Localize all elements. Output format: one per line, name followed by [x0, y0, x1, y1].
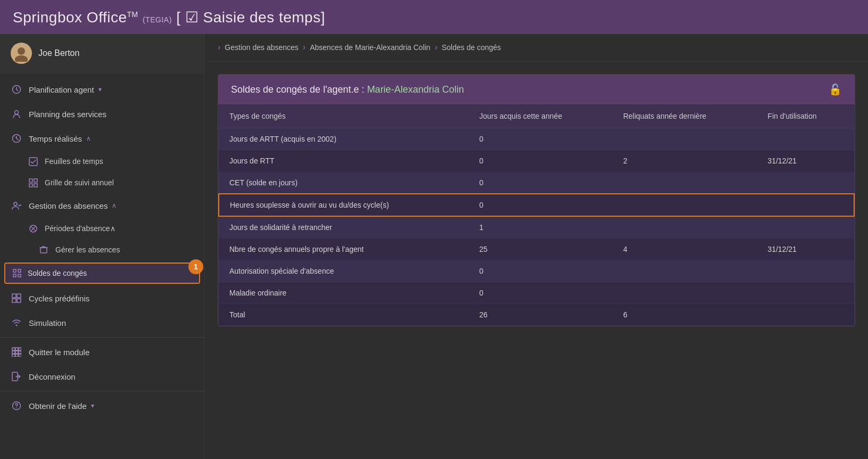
breadcrumb-item-2[interactable]: Absences de Marie-Alexandria Colin — [310, 43, 430, 52]
sidebar: Joe Berton Planification agent ▾ — [0, 34, 205, 459]
cell-reliquats — [613, 282, 757, 304]
svg-rect-8 — [29, 184, 32, 187]
trash-icon — [38, 244, 49, 255]
svg-rect-18 — [17, 294, 21, 298]
svg-rect-24 — [19, 348, 21, 350]
clock2-icon — [11, 133, 22, 144]
wifi-icon — [11, 317, 22, 329]
chevron-up-icon: ∧ — [112, 202, 117, 209]
sidebar-item-planification-agent[interactable]: Planification agent ▾ — [0, 77, 204, 102]
cell-fin-utilisation — [757, 304, 854, 326]
table-row: Jours de RTT0231/12/21 — [219, 150, 854, 172]
cell-fin-utilisation — [757, 172, 854, 194]
username: Joe Berton — [38, 48, 79, 58]
chevron-down-icon: ▾ — [91, 402, 94, 409]
sidebar-item-deconnexion[interactable]: Déconnexion — [0, 364, 204, 389]
sidebar-item-label: Planning des services — [29, 110, 106, 119]
sidebar-item-label: Planification agent — [29, 85, 94, 94]
svg-point-21 — [16, 325, 18, 326]
cell-jours-acquis: 0 — [469, 194, 613, 216]
sidebar-item-label: Gérer les absences — [55, 245, 120, 254]
sidebar-item-gestion-absences[interactable]: Gestion des absences ∧ — [0, 193, 204, 218]
table-row: Autorisation spéciale d'absence0 — [219, 260, 854, 282]
cell-type: Total — [219, 304, 469, 326]
cell-type: CET (solde en jours) — [219, 172, 469, 194]
col-jours-acquis: Jours acquis cette année — [469, 104, 613, 128]
cell-reliquats — [613, 216, 757, 239]
cell-fin-utilisation — [757, 128, 854, 150]
cell-jours-acquis: 0 — [469, 282, 613, 304]
data-table: Types de congés Jours acquis cette année… — [218, 104, 855, 326]
checkbox-icon — [28, 156, 38, 167]
table-row: Jours de ARTT (acquis en 2002)0 — [219, 128, 854, 150]
cell-type: Maladie ordinaire — [219, 282, 469, 304]
breadcrumb-item-3[interactable]: Soldes de congés — [442, 43, 501, 52]
sidebar-item-grille-suivi[interactable]: Grille de suivi annuel — [0, 172, 204, 193]
sidebar-item-simulation[interactable]: Simulation — [0, 310, 204, 335]
svg-rect-25 — [12, 351, 15, 354]
svg-point-0 — [18, 47, 25, 55]
svg-rect-26 — [15, 351, 18, 354]
sidebar-item-label: Obtenir de l'aide — [29, 401, 87, 411]
table-row: Nbre de congés annuels propre à l'agent2… — [219, 239, 854, 260]
cell-reliquats: 6 — [613, 304, 757, 326]
svg-point-10 — [14, 202, 17, 206]
card-title: Soldes de congés de l'agent.e : Marie-Al… — [231, 84, 464, 95]
sidebar-item-label: Cycles prédéfinis — [29, 294, 89, 303]
svg-point-3 — [15, 111, 19, 114]
breadcrumb-separator: › — [303, 43, 305, 52]
svg-rect-16 — [18, 274, 21, 277]
cell-reliquats — [613, 172, 757, 194]
grid3-icon — [11, 346, 22, 358]
sidebar-item-soldes-conges[interactable]: Soldes de congés — [4, 263, 200, 284]
cell-reliquats: 4 — [613, 239, 757, 260]
sidebar-item-label: Gestion des absences — [29, 201, 108, 210]
svg-rect-20 — [17, 299, 21, 302]
sidebar-item-label: Périodes d'absence — [45, 224, 110, 233]
sidebar-item-cycles-predefinis[interactable]: Cycles prédéfinis — [0, 286, 204, 310]
main-layout: Joe Berton Planification agent ▾ — [0, 34, 868, 459]
sidebar-item-quitter-module[interactable]: Quitter le module — [0, 340, 204, 364]
cell-jours-acquis: 1 — [469, 216, 613, 239]
table-body: Jours de ARTT (acquis en 2002)0Jours de … — [219, 128, 854, 326]
sidebar-item-planning-services[interactable]: Planning des services — [0, 102, 204, 126]
sidebar-item-periodes-absence[interactable]: Périodes d'absence ∧ — [0, 218, 204, 239]
svg-rect-9 — [34, 184, 37, 187]
breadcrumb-separator: › — [218, 43, 220, 52]
cell-jours-acquis: 0 — [469, 150, 613, 172]
sidebar-item-gerer-absences[interactable]: Gérer les absences — [0, 239, 204, 260]
col-fin-utilisation: Fin d'utilisation — [757, 104, 854, 128]
sidebar-nav: Planification agent ▾ Planning des servi… — [0, 73, 204, 459]
cell-jours-acquis: 26 — [469, 304, 613, 326]
cell-type: Jours de solidarité à retrancher — [219, 216, 469, 239]
cell-jours-acquis: 0 — [469, 128, 613, 150]
sidebar-item-label: Temps réalisés — [29, 134, 82, 143]
cell-type: Nbre de congés annuels propre à l'agent — [219, 239, 469, 260]
table-container: Types de congés Jours acquis cette année… — [218, 104, 855, 326]
lock-icon: 🔓 — [829, 83, 842, 96]
question-icon — [11, 400, 22, 412]
chevron-down-icon: ▾ — [98, 86, 102, 93]
sidebar-item-temps-realises[interactable]: Temps réalisés ∧ — [0, 126, 204, 151]
table-row: Maladie ordinaire0 — [219, 282, 854, 304]
sidebar-item-label: Grille de suivi annuel — [45, 178, 114, 187]
cell-type: Heures souplesse à ouvrir au vu du/des c… — [219, 194, 469, 216]
person-icon — [11, 108, 22, 120]
soldes-conges-card: Soldes de congés de l'agent.e : Marie-Al… — [218, 74, 855, 326]
cell-jours-acquis: 0 — [469, 260, 613, 282]
svg-point-33 — [16, 407, 17, 408]
cell-fin-utilisation: 31/12/21 — [757, 150, 854, 172]
chevron-up-icon: ∧ — [110, 224, 115, 233]
cell-fin-utilisation: 31/12/21 — [757, 239, 854, 260]
sidebar-item-label: Soldes de congés — [28, 269, 87, 277]
cell-reliquats — [613, 194, 757, 216]
sidebar-item-obtenir-aide[interactable]: Obtenir de l'aide ▾ — [0, 394, 204, 418]
svg-rect-14 — [18, 269, 21, 272]
svg-rect-6 — [29, 179, 32, 182]
sidebar-item-label: Feuilles de temps — [45, 157, 103, 166]
svg-rect-19 — [12, 299, 16, 302]
sidebar-item-label: Simulation — [29, 318, 66, 327]
svg-rect-23 — [15, 348, 18, 350]
sidebar-item-feuilles-temps[interactable]: Feuilles de temps — [0, 151, 204, 172]
breadcrumb-item-1[interactable]: Gestion des absences — [225, 43, 299, 52]
